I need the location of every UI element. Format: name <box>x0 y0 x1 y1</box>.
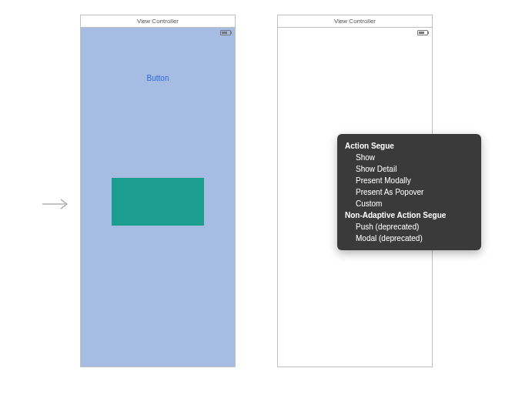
initial-vc-arrow-icon <box>42 196 73 212</box>
segue-option-show[interactable]: Show <box>345 152 473 163</box>
vc-title-bar: View Controller <box>278 15 432 28</box>
teal-view[interactable] <box>112 178 204 226</box>
view-controller-left[interactable]: View Controller Button <box>80 15 236 367</box>
segue-section-action: Action Segue <box>345 142 473 150</box>
vc-title-label: View Controller <box>137 18 179 25</box>
segue-option-modal-deprecated[interactable]: Modal (deprecated) <box>345 233 473 244</box>
vc-title-label: View Controller <box>334 18 376 25</box>
segue-option-custom[interactable]: Custom <box>345 198 473 209</box>
battery-icon <box>417 30 428 35</box>
segue-option-present-modally[interactable]: Present Modally <box>345 175 473 186</box>
segue-option-show-detail[interactable]: Show Detail <box>345 163 473 175</box>
segue-option-present-as-popover[interactable]: Present As Popover <box>345 186 473 198</box>
segue-section-nonadaptive: Non-Adaptive Action Segue <box>345 211 473 219</box>
storyboard-canvas: View Controller Button View Controller A… <box>0 0 532 395</box>
vc-body-left[interactable]: Button <box>81 28 235 367</box>
vc-title-bar: View Controller <box>81 15 235 28</box>
battery-icon <box>220 30 231 35</box>
segue-option-push-deprecated[interactable]: Push (deprecated) <box>345 221 473 233</box>
segue-popover: Action Segue Show Show Detail Present Mo… <box>337 134 481 250</box>
button-control[interactable]: Button <box>81 74 235 82</box>
